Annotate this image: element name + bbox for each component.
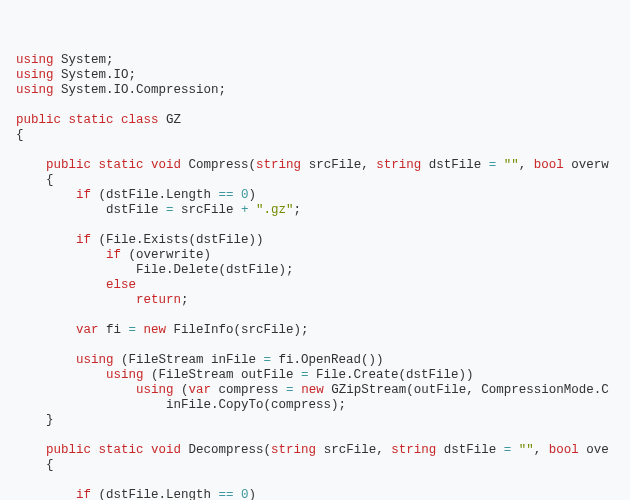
code-block: using System; using System.IO; using Sys…	[16, 53, 614, 500]
